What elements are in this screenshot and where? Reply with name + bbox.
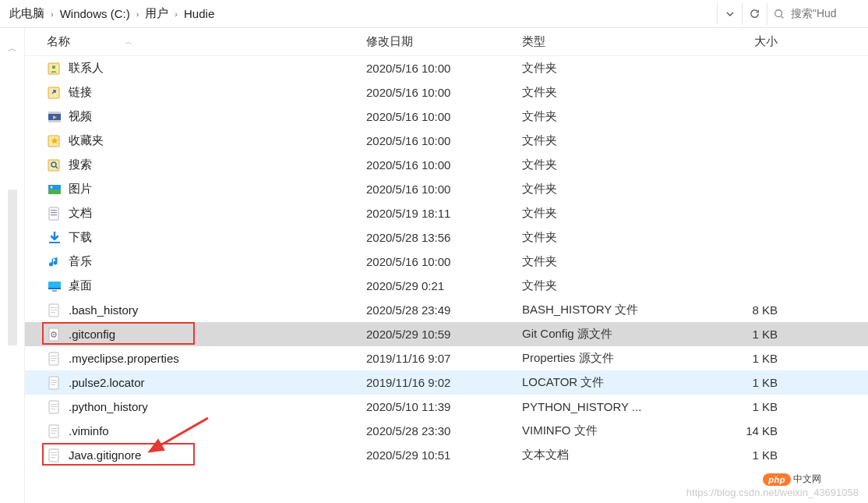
file-date: 2020/5/16 10:00 (366, 158, 522, 172)
search-icon (47, 158, 62, 173)
favorites-icon (47, 133, 62, 149)
file-icon (47, 448, 62, 463)
file-date: 2020/5/29 10:51 (366, 448, 522, 462)
pictures-icon (47, 182, 62, 197)
file-type: VIMINFO 文件 (522, 423, 678, 438)
collapse-icon[interactable]: ︿ (8, 42, 17, 55)
file-date: 2020/5/10 11:39 (366, 400, 522, 413)
svg-rect-6 (48, 120, 61, 122)
history-dropdown-button[interactable] (717, 3, 742, 25)
file-date: 2019/11/16 9:07 (366, 352, 522, 365)
file-icon (47, 351, 62, 367)
php-badge: php 中文网 (763, 473, 821, 486)
table-row[interactable]: 视频 2020/5/16 10:00 文件夹 (25, 104, 868, 129)
chevron-right-icon[interactable]: › (173, 9, 179, 19)
file-type: 文本文档 (522, 448, 678, 462)
file-name: Java.gitignore (69, 448, 141, 462)
col-size[interactable]: 大小 (678, 34, 795, 49)
breadcrumb-seg[interactable]: Windows (C:) (55, 4, 135, 23)
search-input[interactable]: 搜索"Hud (767, 3, 868, 25)
file-date: 2020/5/29 10:59 (366, 328, 522, 341)
downloads-icon (47, 230, 62, 246)
file-type: 文件夹 (522, 61, 678, 76)
file-date: 2020/5/28 13:56 (366, 231, 522, 244)
svg-rect-42 (51, 430, 57, 431)
table-row[interactable]: .pulse2.locator 2019/11/16 9:02 LOCATOR … (25, 370, 868, 395)
svg-rect-13 (49, 207, 58, 220)
chevron-right-icon[interactable]: › (49, 9, 55, 19)
breadcrumb-seg[interactable]: Hudie (179, 4, 219, 23)
file-name: .pulse2.locator (69, 376, 145, 389)
col-date[interactable]: 修改日期 (366, 34, 522, 49)
file-date: 2020/5/19 18:11 (366, 207, 522, 220)
contacts-icon (47, 61, 62, 76)
watermark-text: https://blog.csdn.net/weixin_43691058 (686, 487, 859, 498)
col-name[interactable]: 名称 ︿ (25, 34, 366, 49)
table-row[interactable]: 图片 2020/5/16 10:00 文件夹 (25, 177, 868, 201)
svg-rect-22 (51, 307, 57, 308)
chevron-right-icon[interactable]: › (135, 9, 141, 19)
file-name: 视频 (69, 109, 92, 124)
svg-rect-31 (51, 360, 55, 361)
file-list: 名称 ︿ 修改日期 类型 大小 联系人 2020/5/16 10:00 文件夹 … (25, 28, 868, 503)
col-type[interactable]: 类型 (522, 34, 678, 49)
breadcrumb[interactable]: 此电脑 › Windows (C:) › 用户 › Hudie (0, 3, 717, 24)
table-row[interactable]: .myeclipse.properties 2019/11/16 9:07 Pr… (25, 346, 868, 370)
svg-rect-41 (51, 428, 57, 429)
table-row[interactable]: 链接 2020/5/16 10:00 文件夹 (25, 80, 868, 104)
file-date: 2020/5/16 10:00 (366, 62, 522, 75)
table-row[interactable]: .gitconfig 2020/5/29 10:59 Git Config 源文… (25, 322, 868, 346)
table-row[interactable]: 搜索 2020/5/16 10:00 文件夹 (25, 153, 868, 177)
docfolder-icon (47, 206, 62, 221)
table-row[interactable]: 下载 2020/5/28 13:56 文件夹 (25, 225, 868, 250)
file-icon (47, 375, 62, 391)
svg-point-0 (775, 9, 782, 16)
nav-tree-stub (8, 190, 17, 345)
svg-rect-47 (51, 457, 55, 458)
file-date: 2020/5/28 23:30 (366, 424, 522, 437)
refresh-button[interactable] (742, 3, 767, 25)
file-type: 文件夹 (522, 182, 678, 197)
svg-rect-23 (51, 310, 57, 310)
file-name: .bash_history (69, 303, 138, 317)
svg-point-2 (52, 65, 55, 68)
svg-rect-14 (51, 210, 57, 211)
file-date: 2019/11/16 9:02 (366, 376, 522, 389)
file-type: 文件夹 (522, 206, 678, 221)
breadcrumb-seg[interactable]: 用户 (140, 3, 173, 24)
file-type: 文件夹 (522, 133, 678, 148)
file-type: Git Config 源文件 (522, 327, 678, 342)
table-row[interactable]: Java.gitignore 2020/5/29 10:51 文本文档 1 KB (25, 443, 868, 467)
file-name: 搜索 (69, 158, 92, 172)
breadcrumb-seg[interactable]: 此电脑 (5, 3, 49, 24)
svg-rect-16 (51, 214, 57, 215)
svg-rect-5 (48, 112, 61, 114)
table-row[interactable]: 文档 2020/5/19 18:11 文件夹 (25, 201, 868, 225)
table-row[interactable]: .viminfo 2020/5/28 23:30 VIMINFO 文件 14 K… (25, 419, 868, 443)
table-row[interactable]: 音乐 2020/5/16 10:00 文件夹 (25, 250, 868, 274)
svg-rect-19 (48, 288, 61, 289)
table-row[interactable]: 联系人 2020/5/16 10:00 文件夹 (25, 56, 868, 80)
file-name: .viminfo (69, 424, 109, 437)
file-size: 1 KB (678, 448, 795, 462)
table-row[interactable]: .bash_history 2020/5/28 23:49 BASH_HISTO… (25, 298, 868, 322)
svg-point-27 (53, 334, 55, 335)
search-icon (774, 9, 785, 19)
file-icon (47, 423, 62, 439)
file-type: 文件夹 (522, 278, 678, 293)
gear-icon (47, 327, 62, 342)
desktop-icon (47, 278, 62, 294)
file-date: 2020/5/16 10:00 (366, 134, 522, 147)
file-date: 2020/5/16 10:00 (366, 182, 522, 196)
file-name: 图片 (69, 182, 92, 197)
file-name: 收藏夹 (69, 133, 104, 148)
file-type: 文件夹 (522, 254, 678, 269)
file-name: .python_history (69, 400, 148, 413)
svg-rect-30 (51, 358, 57, 359)
column-headers: 名称 ︿ 修改日期 类型 大小 (25, 28, 868, 56)
table-row[interactable]: 桌面 2020/5/29 0:21 文件夹 (25, 274, 868, 298)
file-size: 1 KB (678, 352, 795, 365)
svg-rect-11 (48, 190, 61, 194)
table-row[interactable]: .python_history 2020/5/10 11:39 PYTHON_H… (25, 395, 868, 419)
table-row[interactable]: 收藏夹 2020/5/16 10:00 文件夹 (25, 129, 868, 153)
